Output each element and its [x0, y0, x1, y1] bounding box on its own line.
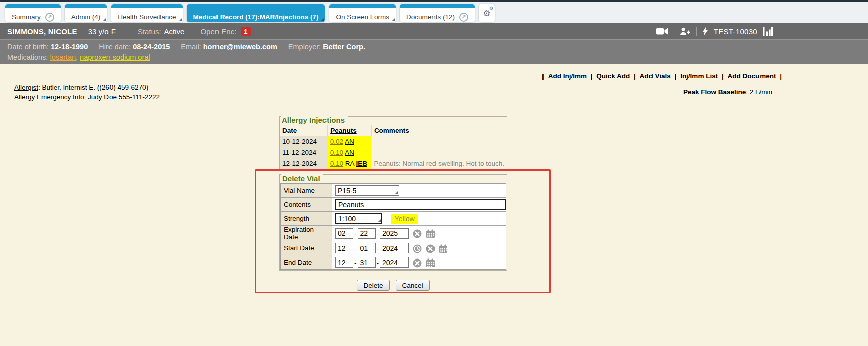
column-header-peanuts: Peanuts — [328, 125, 372, 136]
allergy-injections-table: Date Peanuts Comments 10-12-2024 0.02 AN… — [280, 125, 507, 169]
peak-flow-baseline: Peak Flow Baseline: 2 L/min — [683, 88, 772, 96]
end-year-input[interactable] — [380, 257, 409, 268]
popout-icon[interactable]: ↗ — [459, 13, 468, 22]
peak-flow-baseline-value: : 2 L/min — [746, 88, 772, 96]
allergy-injections-fieldset: Allergy Injections Date Peanuts Comments… — [279, 116, 507, 171]
tab-summary[interactable]: Summary ↗ — [5, 4, 61, 22]
strength-label: Strength — [281, 212, 333, 226]
calendar-icon[interactable] — [426, 229, 435, 238]
injection-date: 12-12-2024 — [280, 158, 328, 169]
add-person-icon[interactable] — [680, 27, 691, 36]
employer-value: Better Corp. — [323, 43, 365, 51]
bar-chart-icon[interactable] — [763, 27, 774, 36]
patient-id: TEST-10030 — [714, 27, 757, 36]
strength-input[interactable] — [335, 213, 382, 224]
lightning-bolt-icon[interactable] — [702, 27, 708, 36]
quick-add-link[interactable]: Quick Add — [596, 72, 630, 80]
tab-admin[interactable]: Admin (4) — [65, 4, 107, 22]
start-month-input[interactable] — [335, 243, 353, 253]
injection-date: 11-12-2024 — [280, 147, 328, 158]
calendar-icon[interactable] — [426, 258, 435, 268]
tab-health-surveillance[interactable]: Health Surveillance — [111, 4, 182, 22]
patient-banner: SIMMONS, NICOLE 33 y/o F Status: Active … — [0, 23, 868, 39]
clear-date-icon[interactable] — [413, 229, 422, 238]
delete-vial-fieldset: Delete Vial Vial Name Contents Strength … — [279, 174, 507, 271]
start-day-input[interactable] — [358, 243, 376, 253]
contents-label: Contents — [281, 198, 333, 212]
divider — [674, 27, 674, 36]
expiration-year-input[interactable] — [380, 228, 409, 239]
add-inj-imm-link[interactable]: Add Inj/Imm — [548, 72, 587, 80]
end-date-row: End Date -- — [281, 255, 506, 270]
expiration-date-row: Expiration Date -- — [281, 226, 506, 241]
allergist-line: Allergist: Butler, Internist E. ((260) 4… — [14, 82, 160, 92]
strength-row: Strength Yellow — [281, 212, 506, 226]
demographics-line: Date of birth: 12-18-1990 Hire date: 08-… — [7, 42, 861, 52]
open-enc-count-badge[interactable]: 1 — [241, 27, 250, 36]
hire-date-value: 08-24-2015 — [133, 43, 170, 51]
reaction-code-link[interactable]: AN — [345, 138, 354, 145]
dose-link[interactable]: 0.10 — [330, 160, 343, 167]
email-label: Email: — [181, 43, 201, 51]
dose-link[interactable]: 0.02 — [330, 138, 343, 145]
medication-link-naproxen[interactable]: naproxen sodium oral — [80, 53, 150, 61]
clear-date-icon[interactable] — [413, 258, 422, 268]
vial-name-input[interactable] — [335, 185, 399, 196]
tab-on-screen-forms[interactable]: On Screen Forms — [329, 4, 396, 22]
allergy-emergency-info-link[interactable]: Allergy Emergency Info — [14, 93, 84, 101]
add-vials-link[interactable]: Add Vials — [640, 72, 671, 80]
status-value: Active — [164, 27, 185, 36]
peak-flow-baseline-link[interactable]: Peak Flow Baseline — [683, 88, 746, 96]
divider — [696, 27, 697, 36]
contents-input[interactable] — [335, 199, 506, 210]
tab-admin-label: Admin (4) — [71, 13, 101, 21]
medication-link-losartan[interactable]: losartan — [50, 53, 76, 61]
email-value: horner@mieweb.com — [203, 43, 277, 51]
injection-comment — [371, 136, 507, 147]
action-links-bar: | Add Inj/Imm | Quick Add | Add Vials | … — [542, 72, 782, 80]
patient-name: SIMMONS, NICOLE — [7, 27, 77, 36]
tab-medical-record[interactable]: Medical Record (17):MAR/Injections (7) — [187, 4, 325, 22]
add-document-link[interactable]: Add Document — [727, 72, 776, 80]
injections-header-row: Date Peanuts Comments — [280, 125, 507, 136]
clock-icon[interactable] — [413, 244, 422, 253]
allergy-emergency-value: : Judy Doe 555-111-2222 — [84, 93, 160, 101]
delete-vial-legend: Delete Vial — [281, 174, 323, 183]
end-day-input[interactable] — [358, 257, 376, 268]
strength-color-tag: Yellow — [391, 214, 418, 224]
video-camera-icon[interactable] — [656, 27, 668, 35]
start-date-label: Start Date — [281, 241, 333, 255]
reaction-code-link[interactable]: AN — [345, 149, 354, 156]
injection-comment: Peanuts: Normal red swelling. Hot to tou… — [371, 158, 507, 169]
allergist-link[interactable]: Allergist — [14, 83, 38, 91]
dose-link[interactable]: 0.10 — [330, 149, 343, 156]
expiration-month-input[interactable] — [335, 228, 353, 239]
calendar-icon[interactable] — [439, 244, 448, 253]
delete-vial-form: Vial Name Contents Strength Yellow Ex — [280, 183, 506, 270]
open-enc-label: Open Enc: — [200, 27, 236, 36]
dob-label: Date of birth: — [7, 43, 49, 51]
clear-date-icon[interactable] — [426, 244, 435, 253]
end-month-input[interactable] — [335, 257, 353, 268]
delete-button[interactable]: Delete — [357, 280, 389, 291]
chart-tab-bar: Summary ↗ Admin (4) Health Surveillance … — [0, 2, 868, 23]
date-separator: - — [354, 259, 357, 267]
allergy-injections-legend: Allergy Injections — [281, 116, 348, 125]
injection-comment — [371, 147, 507, 158]
medications-label: Medications: — [7, 53, 48, 61]
reaction-code-link[interactable]: IEB — [356, 160, 368, 167]
delete-vial-buttons: Delete Cancel — [279, 280, 507, 291]
vial-name-row: Vial Name — [281, 184, 506, 198]
peanuts-column-link[interactable]: Peanuts — [330, 127, 357, 134]
inj-imm-list-link[interactable]: Inj/Imm List — [680, 72, 718, 80]
tab-documents[interactable]: Documents (12) ↗ — [400, 4, 475, 22]
settings-button[interactable]: ⚙ ⚙ — [479, 4, 495, 22]
expiration-day-input[interactable] — [358, 228, 376, 239]
link-separator: | — [591, 72, 593, 80]
dob-value: 12-18-1990 — [51, 43, 88, 51]
popout-icon[interactable]: ↗ — [45, 13, 54, 22]
start-year-input[interactable] — [380, 243, 409, 253]
cancel-button[interactable]: Cancel — [396, 280, 430, 291]
patient-demographics-banner: Date of birth: 12-18-1990 Hire date: 08-… — [0, 39, 868, 64]
medications-line: Medications: losartan, naproxen sodium o… — [7, 52, 861, 63]
